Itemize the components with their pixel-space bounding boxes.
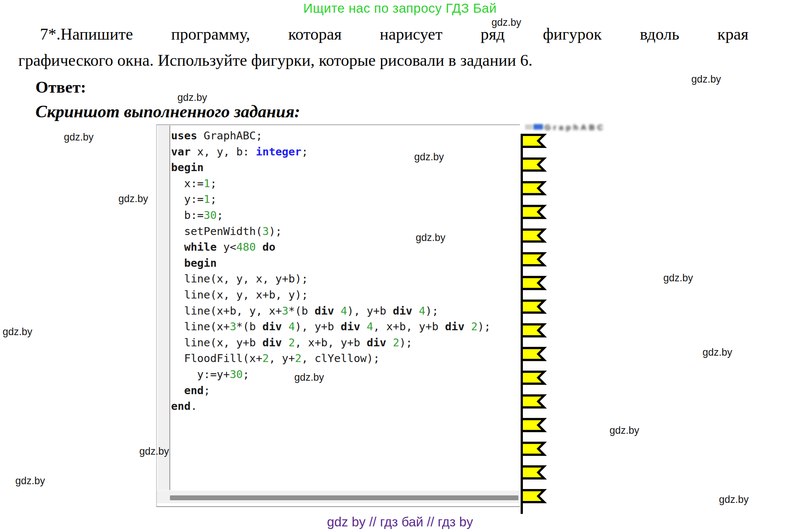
code-line: while y<480 do (171, 239, 518, 255)
code-line: y:=1; (171, 191, 518, 207)
code-line: line(x, y+b div 2, x+b, y+b div 2); (171, 335, 518, 351)
gdz-watermark: gdz.by (610, 425, 639, 436)
screenshot-label: Скриншот выполненного задания: (35, 102, 300, 121)
code-line: b:=30; (171, 207, 518, 223)
yellow-flag (522, 443, 544, 455)
yellow-flag (522, 467, 544, 479)
gdz-watermark: gdz.by (3, 326, 32, 338)
code-line: y:=y+30; (171, 366, 518, 383)
yellow-flag (522, 230, 544, 242)
task-text-line1: 7*.Напишите программу, которая нарисует … (18, 25, 748, 44)
graphabc-window-icon-blue (533, 124, 543, 130)
yellow-flag (522, 182, 544, 194)
yellow-flag (522, 395, 544, 407)
gdz-watermark: gdz.by (663, 272, 693, 284)
task-text-line2: графического окна. Используйте фигурки, … (18, 51, 765, 70)
answer-label: Ответ: (35, 78, 86, 97)
editor-gutter (158, 126, 169, 490)
yellow-flag (522, 372, 544, 384)
gdz-watermark: gdz.by (691, 74, 721, 85)
yellow-flag (522, 324, 544, 336)
page: { "banner": { "text": "Ищите нас по запр… (0, 0, 800, 532)
yellow-flag (522, 253, 544, 265)
code-line: uses GraphABC; (171, 128, 518, 144)
promo-banner: Ищите нас по запросу ГДЗ Бай (0, 1, 800, 16)
gdz-watermark: gdz.by (294, 372, 324, 383)
code-line: end. (171, 398, 518, 414)
editor-gutter-separator (169, 126, 170, 490)
code-line: var x, y, b: integer; (171, 144, 518, 160)
yellow-flag (522, 277, 544, 289)
code-line: end; (171, 383, 518, 399)
gdz-watermark: gdz.by (719, 494, 749, 505)
code-line: x:=1; (171, 176, 518, 192)
footer-text: gdz by // гдз бай // гдз by (0, 514, 800, 529)
gdz-watermark: gdz.by (177, 92, 207, 103)
gdz-watermark: gdz.by (492, 17, 521, 28)
code-line: setPenWidth(3); (171, 223, 518, 239)
gdz-watermark: gdz.by (118, 193, 148, 205)
yellow-flag (522, 135, 544, 147)
yellow-flag (522, 419, 544, 431)
graphabc-window-title: GraphABC (545, 123, 605, 132)
code-line: line(x, y, x+b, y); (171, 287, 518, 303)
yellow-flag (522, 158, 544, 170)
flags-graphic (520, 134, 547, 516)
graphabc-window-icon (525, 124, 533, 130)
yellow-flag (522, 348, 544, 360)
yellow-flag (522, 490, 544, 502)
code-line: line(x+b, y, x+3*(b div 4), y+b div 4); (171, 303, 518, 319)
gdz-watermark: gdz.by (703, 347, 732, 358)
code-line: begin (171, 255, 518, 271)
gdz-watermark: gdz.by (15, 475, 45, 487)
yellow-flag (522, 301, 544, 313)
yellow-flag (522, 206, 544, 218)
code-line: begin (171, 160, 518, 176)
code-line: FloodFill(x+2, y+2, clYellow); (171, 350, 518, 366)
horizontal-scrollbar-thumb[interactable] (170, 495, 518, 500)
gdz-watermark: gdz.by (64, 132, 94, 143)
code-line: line(x, y, x, y+b); (171, 271, 518, 287)
gdz-watermark: gdz.by (416, 232, 446, 244)
code-line: line(x+3*(b div 4), y+b div 4, x+b, y+b … (171, 319, 518, 335)
gdz-watermark: gdz.by (414, 151, 444, 163)
gdz-watermark: gdz.by (139, 446, 169, 457)
code-editor-text-area[interactable]: uses GraphABC;var x, y, b: integer;begin… (171, 128, 518, 414)
